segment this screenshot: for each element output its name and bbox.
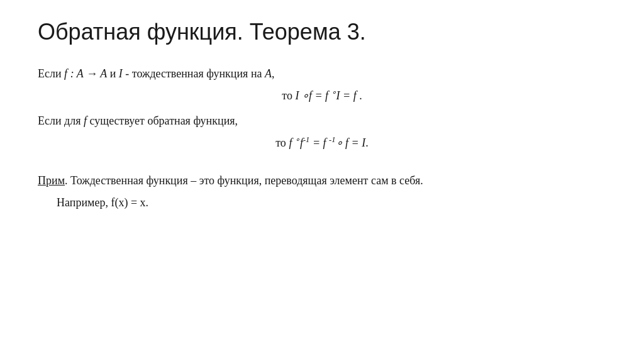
note-label: Прим [38, 174, 65, 187]
note-text-1: . Тождественная функция – это функция, п… [65, 174, 423, 187]
theorem-line-2: то I ∘f = f ∘I = f . [38, 86, 606, 106]
text-esli-1: Если [38, 67, 64, 80]
text-exists: существует обратная функция, [87, 114, 238, 127]
note-line-2: Например, f(x) = x. [38, 193, 606, 213]
theorem-line-3: Если для f существует обратная функция, [38, 111, 606, 131]
period-2: . [365, 136, 369, 149]
text-i: и [107, 67, 119, 80]
text-identity: - тождественная функция на A, [123, 67, 275, 80]
theorem-line-4: то f ∘f-1 = f -1∘ f = I. [38, 133, 606, 153]
text-to-1: то [282, 89, 295, 102]
math-composition-1: I ∘f = f ∘I = f [295, 89, 356, 102]
math-composition-2: f ∘f-1 = f -1∘ f = I [289, 136, 365, 149]
text-to-2: то [275, 136, 289, 149]
theorem-content: Если f : A → A и I - тождественная функц… [38, 64, 606, 213]
theorem-line-1: Если f : A → A и I - тождественная функц… [38, 64, 606, 84]
note-section: Прим. Тождественная функция – это функци… [38, 171, 606, 212]
period-1: . [357, 89, 362, 102]
page-title: Обратная функция. Теорема 3. [38, 19, 606, 45]
note-line-1: Прим. Тождественная функция – это функци… [38, 171, 606, 191]
note-text-2: Например, f(x) = x. [57, 196, 148, 209]
text-esli-2: Если для [38, 114, 84, 127]
math-f-arrow: f : A → A [64, 67, 107, 80]
